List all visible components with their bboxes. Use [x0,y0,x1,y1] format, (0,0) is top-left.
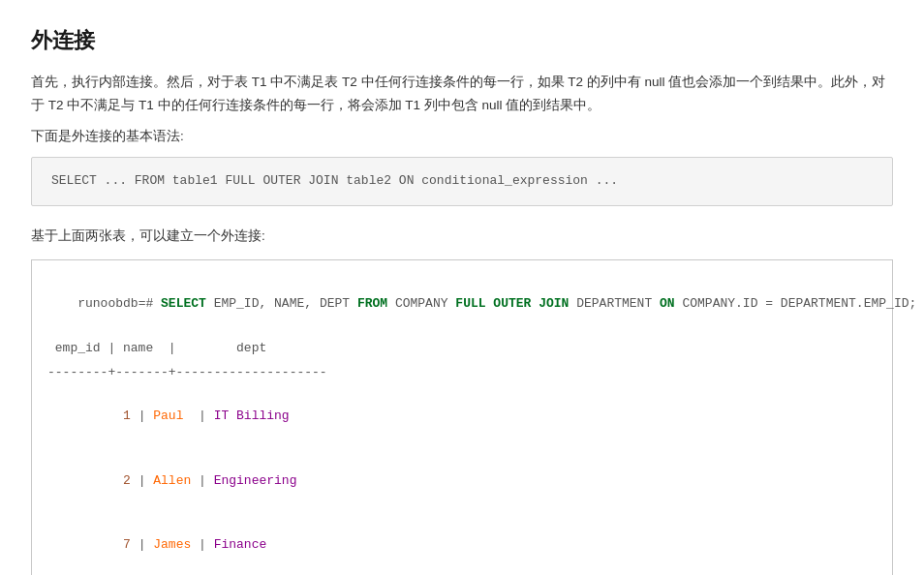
query-result-block: runoobdb=# SELECT EMP_ID, NAME, DEPT FRO… [31,259,893,575]
table-header: emp_id | name | dept [47,339,877,359]
table-row: 2 | Allen | Engineering [47,451,877,511]
kw-select: SELECT [161,296,206,311]
syntax-code-block: SELECT ... FROM table1 FULL OUTER JOIN t… [31,157,893,206]
table-row: 1 | Paul | IT Billing [47,386,877,446]
db-prompt: runoobdb=# [77,296,161,311]
page-title: 外连接 [31,23,893,57]
section-label: 基于上面两张表，可以建立一个外连接: [31,226,893,247]
query-prompt-line: runoobdb=# SELECT EMP_ID, NAME, DEPT FRO… [47,274,877,334]
syntax-label: 下面是外连接的基本语法: [31,126,893,147]
syntax-code-text: SELECT ... FROM table1 FULL OUTER JOIN t… [51,173,618,188]
kw-from: FROM [357,296,387,311]
table-row: 7 | James | Finance [47,515,877,575]
description-text: 首先，执行内部连接。然后，对于表 T1 中不满足表 T2 中任何行连接条件的每一… [31,71,893,116]
table-separator: --------+-------+-------------------- [47,363,877,383]
